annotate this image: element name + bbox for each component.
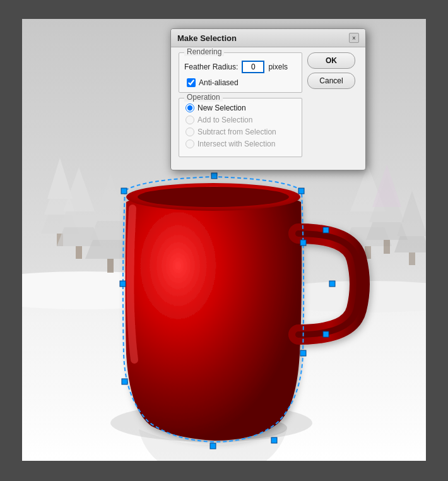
new-selection-label[interactable]: New Selection bbox=[197, 104, 246, 112]
add-to-selection-label: Add to Selection bbox=[197, 116, 252, 124]
svg-rect-38 bbox=[300, 350, 306, 356]
svg-rect-39 bbox=[271, 437, 277, 443]
svg-rect-26 bbox=[409, 252, 415, 265]
anti-aliased-row: Anti-aliased bbox=[187, 78, 297, 87]
feather-radius-label: Feather Radius: bbox=[184, 62, 238, 71]
svg-rect-42 bbox=[120, 281, 126, 287]
dialog-left-panel: Rendering Feather Radius: pixels Anti-al… bbox=[179, 52, 302, 162]
dialog-close-button[interactable]: × bbox=[349, 33, 359, 43]
svg-rect-23 bbox=[384, 240, 390, 254]
svg-rect-32 bbox=[211, 173, 217, 179]
pixels-label: pixels bbox=[268, 62, 288, 71]
dialog-buttons-panel: OK Cancel bbox=[307, 52, 358, 162]
operation-section: Operation New Selection Add to Selection… bbox=[179, 98, 302, 157]
svg-rect-31 bbox=[121, 188, 127, 194]
svg-rect-33 bbox=[298, 188, 304, 194]
feather-radius-input[interactable] bbox=[242, 61, 264, 73]
intersect-with-selection-radio[interactable] bbox=[186, 140, 194, 148]
dialog-body: Rendering Feather Radius: pixels Anti-al… bbox=[171, 47, 365, 170]
cancel-button[interactable]: Cancel bbox=[307, 73, 355, 89]
svg-rect-36 bbox=[329, 281, 335, 287]
rendering-section: Rendering Feather Radius: pixels Anti-al… bbox=[179, 52, 302, 93]
svg-point-30 bbox=[138, 187, 289, 207]
operation-subtract-row: Subtract from Selection bbox=[184, 128, 297, 136]
subtract-from-selection-label: Subtract from Selection bbox=[197, 128, 276, 136]
new-selection-radio[interactable] bbox=[186, 104, 194, 112]
operation-add-row: Add to Selection bbox=[184, 116, 297, 124]
feather-radius-row: Feather Radius: pixels bbox=[184, 61, 297, 73]
anti-aliased-label[interactable]: Anti-aliased bbox=[199, 78, 239, 87]
make-selection-dialog: Make Selection × Rendering Feather Radiu… bbox=[170, 28, 366, 170]
svg-rect-41 bbox=[122, 379, 127, 384]
add-to-selection-radio[interactable] bbox=[186, 116, 194, 124]
dialog-titlebar: Make Selection × bbox=[171, 29, 365, 47]
ok-button[interactable]: OK bbox=[307, 52, 355, 69]
operation-intersect-row: Intersect with Selection bbox=[184, 140, 297, 148]
operation-new-selection-row: New Selection bbox=[184, 104, 297, 112]
dialog-title: Make Selection bbox=[177, 33, 237, 43]
svg-rect-11 bbox=[76, 246, 82, 259]
svg-rect-35 bbox=[323, 227, 329, 233]
rendering-label: Rendering bbox=[184, 47, 224, 56]
anti-aliased-checkbox[interactable] bbox=[187, 78, 196, 87]
operation-label: Operation bbox=[184, 93, 223, 102]
intersect-with-selection-label: Intersect with Selection bbox=[197, 140, 275, 148]
svg-rect-34 bbox=[300, 240, 306, 246]
svg-rect-40 bbox=[210, 443, 216, 449]
svg-rect-37 bbox=[323, 331, 329, 337]
svg-rect-15 bbox=[107, 259, 114, 273]
subtract-from-selection-radio[interactable] bbox=[186, 128, 194, 136]
